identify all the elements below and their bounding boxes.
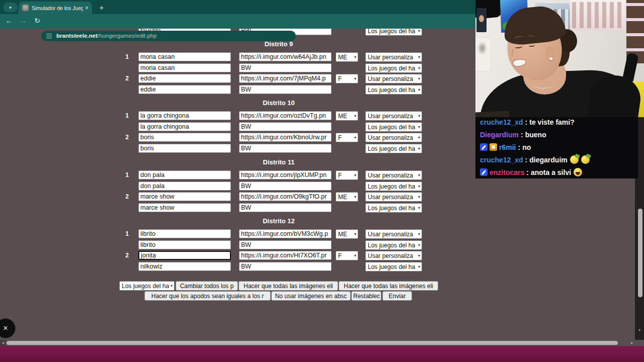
tribute-image-mode-select[interactable]: Usar personaliza▾ [365, 74, 422, 83]
new-tab-button[interactable]: + [97, 2, 107, 12]
chat-username[interactable]: enzitocars [490, 168, 524, 176]
tribute-image-url-input[interactable] [239, 192, 332, 201]
tribute-game-select[interactable]: Los juegos del ha▾ [365, 29, 422, 36]
tribute-image-url-input[interactable] [239, 133, 332, 142]
reset-button[interactable]: Restablec [351, 291, 381, 301]
tribute-name-input[interactable] [138, 133, 231, 142]
tribute-bw-input[interactable] [239, 182, 332, 191]
tribute-bw-input[interactable] [239, 122, 332, 131]
tribute-gender-select[interactable]: ME▾ [336, 229, 358, 239]
vertical-scrollbar-thumb[interactable] [638, 209, 642, 297]
tribute-gender-select[interactable]: ME▾ [336, 192, 358, 202]
district-title: Distrito 11 [128, 158, 430, 166]
chat-username[interactable]: Diegardium [480, 131, 519, 139]
chevron-down-icon: ▾ [418, 232, 420, 236]
footer-game-select-value: Los juegos del ha [122, 283, 169, 290]
tab-search-button[interactable]: ▾ [4, 3, 17, 12]
tribute-image-mode-select[interactable]: Usar personaliza▾ [365, 229, 422, 239]
tribute-game-select[interactable]: Los juegos del ha▾ [365, 63, 422, 73]
tribute-gender-select[interactable]: ME▾ [336, 111, 358, 121]
tribute-image-mode-select[interactable]: Usar personaliza▾ [365, 133, 422, 142]
tribute-image-mode-select-value: Usar personaliza [368, 231, 413, 238]
tribute-game-select[interactable]: Los juegos del ha▾ [365, 182, 422, 191]
tribute-nickname-input[interactable] [138, 122, 231, 131]
tribute-image-mode-select[interactable]: Usar personaliza▾ [365, 192, 422, 202]
tribute-image-url-input[interactable] [239, 229, 332, 238]
tribute-gender-select[interactable]: ME▾ [336, 52, 358, 62]
tribute-image-url-input[interactable] [239, 251, 332, 260]
tribute-image-url-input[interactable] [239, 74, 332, 83]
tribute-image-url-input[interactable] [239, 111, 332, 120]
tribute-number: 2 [121, 193, 129, 200]
tribute-image-mode-select[interactable]: Usar personaliza▾ [365, 251, 422, 260]
chevron-down-icon: ▾ [418, 146, 420, 151]
submit-button[interactable]: Enviar [382, 291, 412, 301]
tribute-nickname-input[interactable] [138, 262, 231, 271]
scroll-left-arrow-icon[interactable]: ◂ [0, 340, 6, 346]
tribute-name-input[interactable] [138, 229, 231, 238]
horizontal-scrollbar[interactable]: ◂ ▸ [0, 340, 644, 346]
tribute-image-mode-select[interactable]: Usar personaliza▾ [365, 170, 422, 180]
scroll-down-arrow-icon[interactable]: ▾ [635, 328, 644, 332]
tribute-name-input[interactable] [138, 74, 231, 83]
tribute-game-select[interactable]: Los juegos del ha▾ [365, 203, 422, 213]
tribute-name-input[interactable] [138, 170, 231, 179]
tribute-name-input[interactable] [138, 192, 231, 201]
browser-tab[interactable]: Simulador de los Juegos del Ha × [19, 2, 92, 14]
tribute-gender-select[interactable]: F▾ [336, 170, 358, 180]
tribute-game-select[interactable]: Los juegos del ha▾ [365, 144, 422, 153]
footer-button[interactable]: Hacer que todas las imágenes eli [238, 281, 338, 291]
tribute-nickname-input[interactable] [138, 203, 231, 212]
tribute-nickname-input[interactable] [138, 240, 231, 249]
chat-text: anota a silvi [531, 168, 571, 176]
chevron-down-icon: ▾ [354, 135, 356, 140]
chat-username[interactable]: r6mii [499, 143, 516, 151]
footer-button[interactable]: No usar imágenes en absc [271, 291, 351, 301]
tribute-bw-input[interactable] [239, 262, 332, 271]
chat-username[interactable]: cruche12_xd [480, 118, 523, 126]
tribute-gender-select[interactable]: F▾ [336, 251, 358, 260]
tribute-image-url-input[interactable] [239, 52, 332, 61]
tribute-bw-input[interactable] [239, 144, 332, 153]
tribute-bw-input[interactable] [239, 240, 332, 249]
footer-game-select[interactable]: Los juegos del ha▾ [119, 281, 175, 291]
site-settings-icon[interactable] [46, 34, 52, 38]
tribute-bw-input[interactable] [239, 85, 332, 94]
tribute-game-select[interactable]: Los juegos del ha▾ [365, 85, 422, 95]
tribute-game-select-value: Los juegos del ha [368, 183, 415, 190]
tribute-image-url-input[interactable] [239, 170, 332, 179]
tribute-bw-input[interactable] [239, 203, 332, 212]
footer-button[interactable]: Cambiar todos los p [176, 281, 238, 291]
tribute-game-select[interactable]: Los juegos del ha▾ [365, 122, 422, 132]
tribute-gender-select-value: F [338, 252, 342, 259]
tribute-name-input[interactable] [138, 251, 231, 260]
reload-button[interactable]: ↻ [32, 17, 42, 25]
chevron-down-icon: ▾ [418, 173, 420, 177]
tribute-bw-input[interactable] [239, 63, 332, 72]
tribute-name-input[interactable] [138, 52, 231, 61]
tribute-game-select[interactable]: Los juegos del ha▾ [365, 262, 422, 272]
forward-button[interactable]: → [18, 17, 28, 25]
footer-button[interactable]: Hacer que los apodos sean iguales a los … [144, 291, 271, 301]
back-button[interactable]: ← [4, 17, 14, 25]
tribute-nickname-input[interactable] [138, 63, 231, 72]
tribute-gender-select[interactable]: F▾ [336, 133, 358, 142]
tribute-game-select[interactable]: Los juegos del ha▾ [365, 240, 422, 250]
tab-title: Simulador de los Juegos del Ha [32, 5, 83, 11]
chat-username[interactable]: cruche12_xd [480, 156, 523, 164]
tribute-gender-select[interactable]: F▾ [336, 74, 358, 83]
url-domain: brantsteele.net [56, 33, 98, 39]
tab-close-icon[interactable]: × [85, 5, 89, 12]
tribute-nickname-input[interactable] [138, 144, 231, 153]
tribute-nickname-input[interactable] [138, 85, 231, 94]
tribute-nickname-input[interactable] [138, 182, 231, 191]
tribute-image-mode-select[interactable]: Usar personaliza▾ [365, 52, 422, 62]
chevron-down-icon: ▾ [418, 264, 420, 269]
footer-button[interactable]: Hacer que todas las imágenes eli [339, 281, 438, 291]
tribute-name-input[interactable] [138, 111, 231, 120]
address-bar[interactable]: brantsteele.net /hungergames/edit.php [41, 31, 296, 41]
mod-badge-icon [480, 168, 488, 176]
horizontal-scrollbar-thumb[interactable] [7, 341, 618, 345]
scroll-right-arrow-icon[interactable]: ▸ [629, 340, 635, 346]
tribute-image-mode-select[interactable]: Usar personaliza▾ [365, 111, 422, 121]
